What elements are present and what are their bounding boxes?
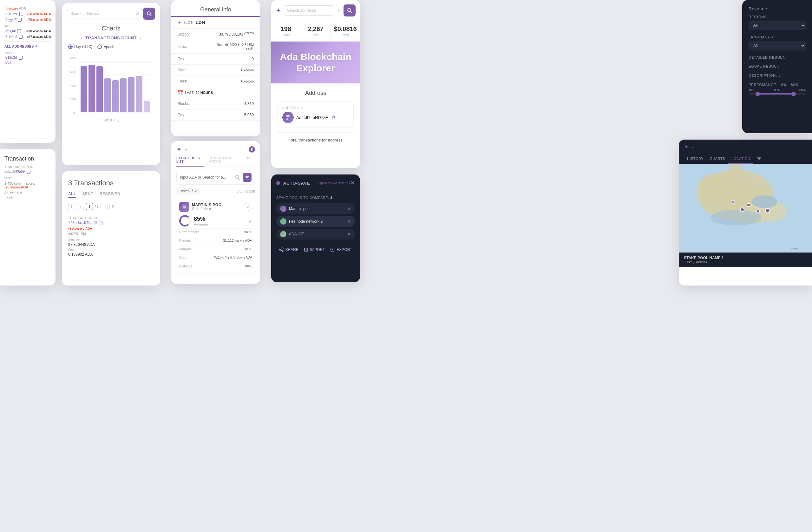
radio-day-circle[interactable] xyxy=(68,44,73,49)
tab-comparison-matrix[interactable]: COMPARISON MATRIX xyxy=(209,156,240,167)
tx-addr-row-4[interactable]: .7UszLB +67.856448 ADA xyxy=(4,35,51,39)
radio-day-label: Day (UTC) xyxy=(74,44,92,49)
ada-link[interactable]: ADA xyxy=(4,61,51,65)
languages-select[interactable]: All xyxy=(749,41,806,51)
charts-card: Search addresse ✕ Charts ‹ TRANSACTIONS … xyxy=(62,3,160,165)
charts-clear-icon[interactable]: ✕ xyxy=(136,11,140,16)
autosave-close-icon[interactable]: ✕ xyxy=(350,179,355,187)
tx-amount-neg-3: -70.034500 ADA xyxy=(27,18,52,21)
pool-chip-name-1: Martin's pool xyxy=(289,206,310,211)
tx-addr-row-3[interactable]: .tb5QAf +30.000000 ADA xyxy=(4,29,51,33)
export-icon xyxy=(330,247,335,252)
radio-epoch[interactable]: Epoch xyxy=(97,44,114,49)
charts-search-button[interactable] xyxy=(143,8,155,20)
ada-explorer-search-input[interactable]: Search addresse xyxy=(284,5,334,16)
radio-epoch-circle[interactable] xyxy=(97,44,102,49)
remove-pool-1-icon[interactable]: ✕ xyxy=(347,206,351,211)
map-tab-pr[interactable]: PR xyxy=(753,154,765,164)
stake-pools-compass-icon: ✦ xyxy=(176,146,182,153)
performance-slider[interactable] xyxy=(749,93,806,95)
charts-next-arrow[interactable]: › xyxy=(139,34,141,41)
stake-pools-search xyxy=(176,170,255,185)
general-info-title: General info xyxy=(178,6,254,13)
pool-chip-fee-node: Fee node network 2 ✕ xyxy=(276,216,355,227)
blocks-label: Blocks: xyxy=(178,101,203,106)
pool-close-btn[interactable]: ✕ xyxy=(245,203,252,211)
copy-icon-4[interactable] xyxy=(19,35,23,39)
svg-rect-12 xyxy=(81,66,87,112)
time-row: Time: June 10, 2020 1:12:51 PMEEST xyxy=(171,40,260,54)
import-icon xyxy=(304,247,308,252)
regions-group: REGIONS All xyxy=(749,15,806,30)
stake-pools-filter-btn[interactable] xyxy=(243,173,251,182)
page-last-btn[interactable]: ⟫ xyxy=(110,203,116,210)
share-icon xyxy=(279,247,284,252)
search-icon xyxy=(147,11,151,16)
pool-chip-name-2: Fee node network 2 xyxy=(289,219,322,224)
stake-pools-search-input[interactable] xyxy=(180,175,232,179)
time-label: Time: xyxy=(178,44,203,49)
price-label: Price xyxy=(334,33,357,37)
tab-sta[interactable]: STA xyxy=(244,156,250,167)
revenue-label: Revenue xyxy=(194,222,208,226)
ada-explorer-clear-icon[interactable]: ✕ xyxy=(337,8,341,14)
copy-icon-3[interactable] xyxy=(17,29,21,33)
ada-explorer-search-btn[interactable] xyxy=(344,4,356,16)
ada-explorer-compass-icon: ✦ xyxy=(276,7,281,14)
charts-search-bar: Search addresse ✕ xyxy=(67,9,143,18)
addr-label-2: .9nyyzZ xyxy=(4,18,17,21)
export-btn[interactable]: EXPORT xyxy=(330,247,352,252)
map-area: Google xyxy=(679,164,812,253)
pool-detail-performance: Perfomance: 90 % xyxy=(179,228,252,235)
page-first-btn[interactable]: ⟪ xyxy=(68,203,75,210)
charts-prev-arrow[interactable]: ‹ xyxy=(81,34,83,41)
pool-expand-icon[interactable]: ∧ xyxy=(248,218,252,224)
blocks-val: 4,319 xyxy=(203,101,254,106)
tab-stake-pools-list[interactable]: STAKE POOLS LIST xyxy=(176,156,204,167)
tab-all[interactable]: ALL xyxy=(68,192,76,198)
slider-left-thumb[interactable] xyxy=(756,92,760,96)
svg-text:0: 0 xyxy=(73,111,75,115)
copy-pool-id-icon[interactable]: ⧉ xyxy=(209,207,211,211)
copy-icon-2[interactable] xyxy=(18,18,21,21)
sort-revenue-btn[interactable]: Revenue ∨ xyxy=(176,188,200,195)
copy-icon-5[interactable] xyxy=(19,56,23,60)
regions-select[interactable]: All xyxy=(749,20,806,30)
radio-day[interactable]: Day (UTC) xyxy=(68,44,92,49)
page-next-btn[interactable]: › xyxy=(101,203,107,210)
address-row: Ae2tdP...uHD7zE ⧉ xyxy=(282,112,349,123)
to-label: To: xyxy=(4,24,51,28)
copy-address-icon[interactable]: ⧉ xyxy=(332,115,335,120)
map-tab-charts[interactable]: CHARTS xyxy=(707,154,728,164)
remove-pool-3-icon[interactable]: ✕ xyxy=(347,232,351,237)
stake-pools-chevron-icon[interactable]: ∨ xyxy=(184,147,187,152)
copy-icon-1[interactable] xyxy=(19,12,23,16)
map-tab-location[interactable]: LOCATION xyxy=(728,154,753,164)
tx-addr-row-2[interactable]: .9nyyzZ -70.034500 ADA xyxy=(4,18,51,21)
remove-pool-2-icon[interactable]: ✕ xyxy=(347,219,351,224)
share-btn[interactable]: SHARE xyxy=(279,247,299,252)
last-label: LAST: xyxy=(185,91,194,95)
filters-card: Revenue REGIONS All LANGUAGES All DETAIL… xyxy=(742,0,812,133)
all-addresses-toggle[interactable]: ALL ADDRESSES ∧ xyxy=(4,41,51,48)
open-settings-btn[interactable]: Open saved settings xyxy=(318,181,350,185)
stats-more-icon[interactable]: ⋮ xyxy=(352,25,357,31)
tx-addr-row-1[interactable]: .uHD7zE -28.005600 ADA xyxy=(4,12,51,16)
slider-right-thumb[interactable] xyxy=(792,92,796,96)
map-tab-history[interactable]: HISTORY xyxy=(684,154,707,164)
copy-tx-id-icon[interactable] xyxy=(27,170,30,174)
revenue-pct: 85% xyxy=(194,216,208,222)
pool-chip-icon-3 xyxy=(280,231,287,237)
svg-point-64 xyxy=(765,209,770,213)
tab-sent[interactable]: SENT xyxy=(83,192,93,198)
autosave-header: AUTO-SAVE Open saved settings ✕ xyxy=(271,174,360,192)
time-val: June 10, 2020 1:12:51 PMEEST xyxy=(203,43,254,50)
copy-tx-id-2-icon[interactable] xyxy=(99,221,102,225)
import-btn[interactable]: IMPORT xyxy=(304,247,325,252)
compare-label: STAKE POOLS TO COMPARE: 3 xyxy=(271,192,360,201)
svg-point-57 xyxy=(726,164,745,189)
autosave-dot-icon xyxy=(276,181,280,185)
description-info-icon[interactable]: ℹ xyxy=(778,73,780,78)
tab-received[interactable]: RECEIVED xyxy=(100,192,120,198)
page-prev-btn[interactable]: ‹ xyxy=(77,203,84,210)
